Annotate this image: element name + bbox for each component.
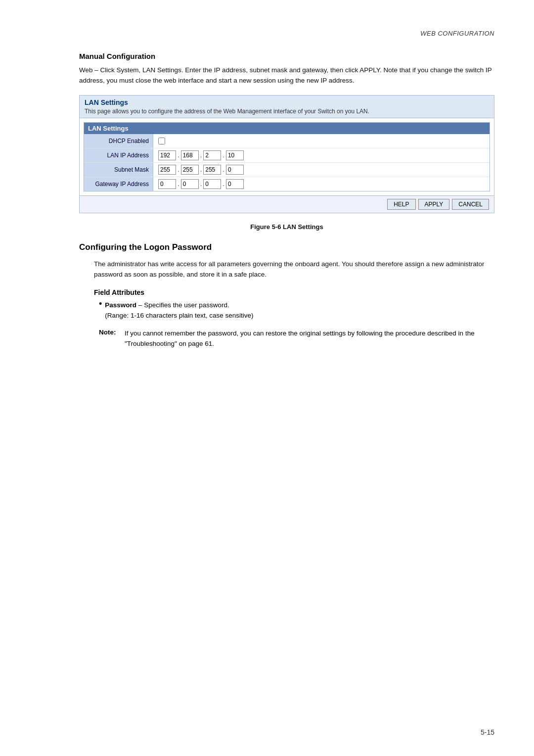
lan-settings-inner: LAN Settings DHCP Enabled LAN IP Address…	[84, 122, 490, 191]
logon-section-title: Configuring the Logon Password	[79, 242, 494, 252]
apply-button[interactable]: APPLY	[418, 199, 450, 210]
lan-ip-value: . . .	[153, 149, 249, 162]
note-text: If you cannot remember the password, you…	[125, 329, 494, 349]
dhcp-enabled-label: DHCP Enabled	[84, 134, 153, 148]
sep-dot-8: .	[200, 180, 202, 188]
lan-ip-octet-1[interactable]	[158, 150, 176, 160]
dhcp-enabled-checkbox[interactable]	[158, 138, 165, 144]
lan-settings-outer-title: LAN Settings	[85, 98, 489, 106]
subnet-mask-value: . . .	[153, 163, 249, 176]
sep-dot-4: .	[178, 166, 179, 173]
dhcp-enabled-value	[153, 136, 170, 146]
note-row: Note: If you cannot remember the passwor…	[94, 329, 494, 349]
lan-ip-octet-3[interactable]	[203, 150, 221, 160]
manual-config-title: Manual Configuration	[79, 52, 494, 60]
subnet-mask-octet-4[interactable]	[226, 165, 244, 175]
password-bullet: • Password – Specifies the user password…	[94, 300, 494, 321]
password-desc: Specifies the user password.	[144, 301, 229, 309]
lan-ip-row: LAN IP Address . . .	[84, 148, 490, 163]
password-dash: –	[138, 301, 144, 309]
gateway-ip-octet-3[interactable]	[203, 179, 221, 189]
password-range: (Range: 1-16 characters plain text, case…	[105, 312, 253, 319]
gateway-ip-octet-1[interactable]	[158, 179, 176, 189]
page-header: WEB CONFIGURATION	[79, 30, 494, 37]
sep-dot-7: .	[178, 180, 179, 188]
logon-intro: The administrator has write access for a…	[94, 259, 494, 280]
manual-config-body: Web – Click System, LAN Settings. Enter …	[79, 65, 494, 86]
header-title: WEB CONFIGURATION	[420, 30, 494, 37]
lan-settings-outer-desc: This page allows you to configure the ad…	[85, 107, 489, 116]
sep-dot-9: .	[222, 180, 224, 188]
subnet-mask-octet-1[interactable]	[158, 165, 176, 175]
password-term: Password	[105, 301, 136, 309]
gateway-ip-value: . . .	[153, 178, 249, 190]
sep-dot-2: .	[200, 151, 202, 159]
gateway-ip-octet-4[interactable]	[226, 179, 244, 189]
subnet-mask-octet-2[interactable]	[181, 165, 199, 175]
page-container: WEB CONFIGURATION Manual Configuration W…	[0, 0, 534, 756]
field-attrs-title: Field Attributes	[94, 288, 494, 296]
gateway-ip-row: Gateway IP Address . . .	[84, 177, 490, 191]
sep-dot-1: .	[178, 151, 179, 159]
sep-dot-5: .	[200, 166, 202, 173]
sep-dot-3: .	[222, 151, 224, 159]
lan-ip-octet-2[interactable]	[181, 150, 199, 160]
sep-dot-6: .	[222, 166, 224, 173]
lan-settings-panel: LAN Settings This page allows you to con…	[79, 95, 494, 213]
figure-caption: Figure 5-6 LAN Settings	[79, 223, 494, 231]
help-button[interactable]: HELP	[387, 199, 415, 210]
gateway-ip-label: Gateway IP Address	[84, 177, 153, 191]
button-row: HELP APPLY CANCEL	[80, 195, 494, 213]
gateway-ip-octet-2[interactable]	[181, 179, 199, 189]
lan-ip-octet-4[interactable]	[226, 150, 244, 160]
subnet-mask-octet-3[interactable]	[203, 165, 221, 175]
lan-settings-inner-title: LAN Settings	[84, 123, 490, 134]
page-number: 5-15	[481, 728, 494, 736]
bullet-dot: •	[99, 299, 102, 321]
note-label: Note:	[99, 329, 118, 349]
lan-ip-label: LAN IP Address	[84, 148, 153, 162]
cancel-button[interactable]: CANCEL	[452, 199, 489, 210]
subnet-mask-row: Subnet Mask . . .	[84, 163, 490, 177]
dhcp-enabled-row: DHCP Enabled	[84, 134, 490, 148]
subnet-mask-label: Subnet Mask	[84, 163, 153, 177]
lan-settings-outer-header: LAN Settings This page allows you to con…	[80, 95, 494, 118]
bullet-text: Password – Specifies the user password. …	[105, 300, 253, 321]
